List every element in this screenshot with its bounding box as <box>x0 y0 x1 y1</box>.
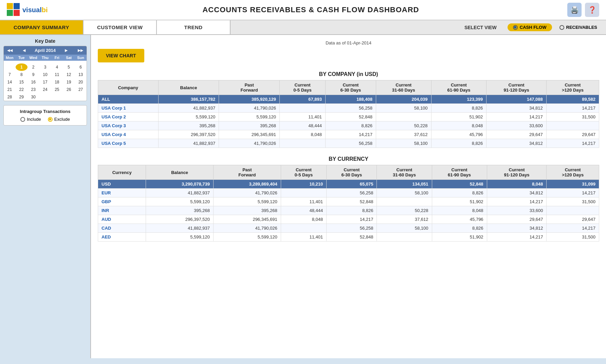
currency-cell-3-c0_5: 48,444 <box>281 206 326 215</box>
intra-exclude-option[interactable]: Exclude <box>48 117 70 122</box>
cal-day-3-3[interactable]: 17 <box>39 78 51 86</box>
th-c0-5: Current0-5 Days <box>280 80 326 95</box>
tab-company-summary[interactable]: COMPANY SUMMARY <box>0 20 84 34</box>
cal-day-1-4[interactable]: 4 <box>51 63 63 71</box>
company-cell-1-name: USA Corp 1 <box>98 104 159 113</box>
company-cell-2-balance: 5,599,120 <box>158 113 219 121</box>
cal-day-3-2[interactable]: 16 <box>27 78 39 86</box>
currency-cell-4-past_forward: 296,345,691 <box>214 215 281 224</box>
currency-cell-4-c0_5: 8,048 <box>281 215 326 224</box>
print-button[interactable]: 🖨️ <box>567 3 582 17</box>
cal-day-1-6[interactable]: 6 <box>75 63 87 71</box>
currency-cell-5-c61_90: 8,826 <box>432 224 487 233</box>
cal-next-next-button[interactable]: ▶▶ <box>76 47 85 53</box>
table-row[interactable]: USA Corp 3395,268395,26848,4448,82650,22… <box>98 121 599 130</box>
cal-day-2-3[interactable]: 10 <box>39 71 51 78</box>
intra-exclude-radio <box>48 117 53 122</box>
currency-cell-0-past_forward: 3,289,869,404 <box>214 180 281 189</box>
cal-day-2-6[interactable]: 13 <box>75 71 87 78</box>
cal-week-4: 21222324252627 <box>4 86 87 93</box>
company-cell-3-c31_60: 50,228 <box>376 121 431 130</box>
table-row[interactable]: USA Corp 141,882,93741,790,02656,25858,1… <box>98 104 599 113</box>
currency-cell-1-c91_120: 34,812 <box>487 189 547 197</box>
content-area: Data as of 01-Apr-2014 VIEW CHART BY COM… <box>91 35 606 358</box>
intragroup-section: Intragroup Transactions Include Exclude <box>3 105 87 126</box>
select-view-label: SELECT VIEW <box>458 20 503 34</box>
company-cell-5-c0_5 <box>280 139 326 148</box>
intra-include-option[interactable]: Include <box>20 117 41 122</box>
cal-day-5-0[interactable]: 28 <box>4 93 16 101</box>
cal-prev-prev-button[interactable]: ◀◀ <box>6 47 14 53</box>
cal-day-5-1[interactable]: 29 <box>16 93 27 101</box>
th-cur-past-forward: PastForward <box>214 165 281 180</box>
table-row[interactable]: CAD41,882,93741,790,02656,25858,1008,826… <box>98 224 599 233</box>
th-cur-c61-90: Current61-90 Days <box>432 165 487 180</box>
cal-day-5-2[interactable]: 30 <box>27 93 39 101</box>
cal-day-sat: Sat <box>63 55 75 61</box>
table-row[interactable]: USA Corp 25,599,1205,599,12011,40152,848… <box>98 113 599 121</box>
radio-receivables[interactable]: RECEIVABLES <box>555 23 602 31</box>
cal-day-2-5[interactable]: 12 <box>63 71 75 78</box>
cal-day-2-1[interactable]: 8 <box>16 71 27 78</box>
currency-cell-4-c61_90: 45,796 <box>432 215 487 224</box>
view-radio-group: CASH FLOW RECEIVABLES <box>503 20 606 34</box>
currency-cell-2-balance: 5,599,120 <box>146 197 214 206</box>
cal-day-3-6[interactable]: 20 <box>75 78 87 86</box>
company-cell-0-c31_60: 204,039 <box>376 95 431 104</box>
cal-day-1-1[interactable]: 1 <box>16 63 27 71</box>
cal-day-4-6[interactable]: 27 <box>75 86 87 93</box>
table-row[interactable]: USA Corp 541,882,93741,790,02656,25858,1… <box>98 139 599 148</box>
cal-day-4-5[interactable]: 26 <box>63 86 75 93</box>
cal-day-3-4[interactable]: 18 <box>51 78 63 86</box>
table-row[interactable]: USA Corp 4296,397,520296,345,6918,04814,… <box>98 130 599 139</box>
company-cell-1-c31_60: 58,100 <box>376 104 431 113</box>
table-row[interactable]: GBP5,599,1205,599,12011,40152,84851,9021… <box>98 197 599 206</box>
cal-day-4-4[interactable]: 25 <box>51 86 63 93</box>
cal-day-3-1[interactable]: 15 <box>16 78 27 86</box>
currency-cell-2-c0_5: 11,401 <box>281 197 326 206</box>
cal-day-1-2[interactable]: 2 <box>27 63 39 71</box>
table-row[interactable]: INR395,268395,26848,4448,82650,2288,0483… <box>98 206 599 215</box>
company-cell-2-name: USA Corp 2 <box>98 113 159 121</box>
cal-day-4-2[interactable]: 23 <box>27 86 39 93</box>
cal-day-1-3[interactable]: 3 <box>39 63 51 71</box>
th-company: Company <box>98 80 159 95</box>
table-row[interactable]: AED5,599,1205,599,12011,40152,84851,9021… <box>98 233 599 242</box>
th-cur-c91-120: Current91-120 Days <box>487 165 547 180</box>
cal-day-1-5[interactable]: 5 <box>63 63 75 71</box>
view-chart-button[interactable]: VIEW CHART <box>98 49 144 62</box>
tab-customer-view[interactable]: CUSTOMER VIEW <box>84 20 157 34</box>
cal-prev-button[interactable]: ◀ <box>21 47 27 53</box>
radio-cash-flow-circle <box>513 25 518 30</box>
currency-cell-2-c31_60 <box>377 197 432 206</box>
currency-cell-6-c31_60 <box>377 233 432 242</box>
cal-next-button[interactable]: ▶ <box>63 47 69 53</box>
table-row[interactable]: USD3,290,078,7393,289,869,40410,21065,07… <box>98 180 599 189</box>
cal-day-3-5[interactable]: 19 <box>63 78 75 86</box>
tab-trend[interactable]: TREND <box>157 20 230 34</box>
cal-day-2-0[interactable]: 7 <box>4 71 16 78</box>
cal-day-3-0[interactable]: 14 <box>4 78 16 86</box>
radio-cash-flow[interactable]: CASH FLOW <box>508 23 552 31</box>
table-row[interactable]: EUR41,882,93741,790,02656,25858,1008,826… <box>98 189 599 197</box>
cal-day-5-3 <box>39 93 51 101</box>
currency-cell-0-c0_5: 10,210 <box>281 180 326 189</box>
cal-day-4-0[interactable]: 21 <box>4 86 16 93</box>
company-cell-0-name: ALL <box>98 95 159 104</box>
cal-day-2-2[interactable]: 9 <box>27 71 39 78</box>
key-date-title: Key Date <box>3 38 87 44</box>
currency-cell-6-c120: 31,500 <box>547 233 599 242</box>
cal-day-4-1[interactable]: 22 <box>16 86 27 93</box>
table-row[interactable]: AUD296,397,520296,345,6918,04814,21737,6… <box>98 215 599 224</box>
cal-day-mon: Mon <box>4 55 16 61</box>
table-row[interactable]: ALL386,157,782385,920,12967,893188,40820… <box>98 95 599 104</box>
company-cell-3-c6_30: 8,826 <box>326 121 376 130</box>
currency-cell-2-c91_120: 14,217 <box>487 197 547 206</box>
cal-day-2-4[interactable]: 11 <box>51 71 63 78</box>
cal-day-5-4 <box>51 93 63 101</box>
cal-day-4-3[interactable]: 24 <box>39 86 51 93</box>
calendar: ◀◀ ◀ April 2014 ▶ ▶▶ Mon Tue Wed Thu Fri… <box>3 46 87 101</box>
help-button[interactable]: ❓ <box>585 3 599 17</box>
cal-day-tue: Tue <box>16 55 27 61</box>
currency-cell-4-c120: 29,647 <box>547 215 599 224</box>
